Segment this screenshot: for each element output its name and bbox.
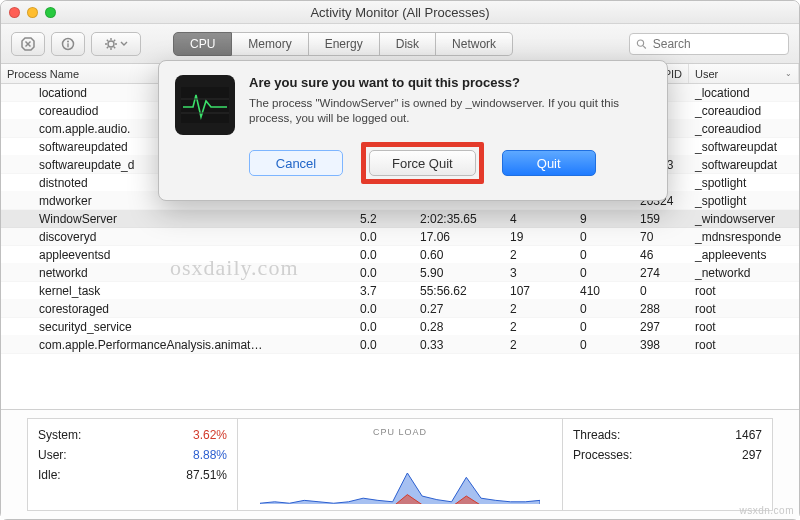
- svg-line-12: [114, 46, 115, 47]
- table-row[interactable]: networkd0.05.9030274_networkd: [1, 264, 799, 282]
- process-table-body: locationd76_locationdcoreaudiod323_corea…: [1, 84, 799, 409]
- tab-energy[interactable]: Energy: [309, 32, 380, 56]
- tab-memory[interactable]: Memory: [232, 32, 308, 56]
- user-label: User:: [38, 445, 67, 465]
- svg-rect-5: [67, 43, 68, 47]
- titlebar: Activity Monitor (All Processes): [1, 1, 799, 24]
- column-cpu[interactable]: [354, 64, 414, 83]
- svg-line-16: [643, 45, 646, 48]
- column-threads[interactable]: [504, 64, 574, 83]
- search-icon: [636, 38, 647, 50]
- idle-label: Idle:: [38, 465, 61, 485]
- stop-process-button[interactable]: [11, 32, 45, 56]
- table-row[interactable]: securityd_service0.00.2820297root: [1, 318, 799, 336]
- table-row[interactable]: softwareupdate_d22253_softwareupdat: [1, 156, 799, 174]
- chart-title: CPU LOAD: [373, 427, 427, 437]
- table-row[interactable]: corestoraged0.00.2720288root: [1, 300, 799, 318]
- system-label: System:: [38, 425, 81, 445]
- column-idle-wakeups[interactable]: [574, 64, 634, 83]
- table-row[interactable]: com.apple.audio.326_coreaudiod: [1, 120, 799, 138]
- column-cpu-time[interactable]: [414, 64, 504, 83]
- cpu-load-chart: [260, 437, 540, 504]
- threads-value: 1467: [735, 425, 762, 445]
- column-user[interactable]: User ⌄: [689, 64, 799, 83]
- window-minimize-button[interactable]: [27, 7, 38, 18]
- idle-value: 87.51%: [186, 465, 227, 485]
- svg-line-13: [114, 39, 115, 40]
- user-value: 8.88%: [193, 445, 227, 465]
- svg-line-11: [107, 39, 108, 40]
- info-icon: [61, 37, 75, 51]
- cpu-load-chart-panel: CPU LOAD: [237, 418, 563, 511]
- svg-point-15: [637, 39, 643, 45]
- table-row[interactable]: com.apple.PerformanceAnalysis.animat…0.0…: [1, 336, 799, 354]
- column-process-name[interactable]: Process Name: [1, 64, 354, 83]
- table-row[interactable]: WindowServer5.22:02:35.6549159_windowser…: [1, 210, 799, 228]
- tab-network[interactable]: Network: [436, 32, 513, 56]
- table-row[interactable]: softwareupdated389_softwareupdat: [1, 138, 799, 156]
- inspect-process-button[interactable]: [51, 32, 85, 56]
- processes-label: Processes:: [573, 445, 632, 465]
- cpu-summary-panel: System: 3.62% User: 8.88% Idle: 87.51%: [27, 418, 237, 511]
- tab-disk[interactable]: Disk: [380, 32, 436, 56]
- toolbar: CPU Memory Energy Disk Network: [1, 24, 799, 64]
- processes-value: 297: [742, 445, 762, 465]
- activity-monitor-window: Activity Monitor (All Processes): [0, 0, 800, 520]
- table-row[interactable]: appleeventsd0.00.602046_appleevents: [1, 246, 799, 264]
- table-row[interactable]: mdworker20324_spotlight: [1, 192, 799, 210]
- corner-watermark: wsxdn.com: [739, 505, 794, 516]
- footer: System: 3.62% User: 8.88% Idle: 87.51% C…: [1, 409, 799, 519]
- table-header: Process Name PID User ⌄: [1, 64, 799, 84]
- column-pid[interactable]: PID: [634, 64, 689, 83]
- threads-label: Threads:: [573, 425, 620, 445]
- table-row[interactable]: discoveryd0.017.0619070_mdnsresponde: [1, 228, 799, 246]
- search-input[interactable]: [651, 36, 782, 52]
- window-zoom-button[interactable]: [45, 7, 56, 18]
- action-menu-button[interactable]: [91, 32, 141, 56]
- table-row[interactable]: locationd76_locationd: [1, 84, 799, 102]
- table-row[interactable]: kernel_task3.755:56.621074100root: [1, 282, 799, 300]
- svg-line-14: [107, 46, 108, 47]
- system-value: 3.62%: [193, 425, 227, 445]
- gear-icon: [104, 37, 118, 51]
- resource-tabs: CPU Memory Energy Disk Network: [173, 32, 513, 56]
- table-row[interactable]: coreaudiod323_coreaudiod: [1, 102, 799, 120]
- sort-indicator-icon: ⌄: [785, 69, 792, 78]
- chevron-down-icon: [120, 40, 128, 48]
- tab-cpu[interactable]: CPU: [173, 32, 232, 56]
- search-field[interactable]: [629, 33, 789, 55]
- window-close-button[interactable]: [9, 7, 20, 18]
- stop-icon: [21, 37, 35, 51]
- table-row[interactable]: distnoted569_spotlight: [1, 174, 799, 192]
- svg-point-6: [108, 41, 114, 47]
- window-title: Activity Monitor (All Processes): [1, 5, 799, 20]
- counts-panel: Threads: 1467 Processes: 297: [563, 418, 773, 511]
- svg-point-4: [67, 40, 69, 42]
